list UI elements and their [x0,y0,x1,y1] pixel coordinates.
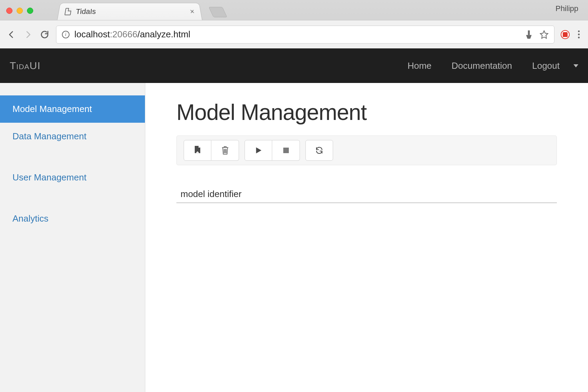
sidebar-item-label: Analytics [12,213,48,224]
new-tab-button[interactable] [209,7,227,17]
svg-rect-1 [283,148,289,153]
stop-button[interactable] [272,140,300,161]
stop-icon [283,147,290,154]
tab-title: TidaIs [75,7,186,16]
sidebar: Model Management Data Management User Ma… [0,83,145,392]
brand-logo[interactable]: TidaUI [10,60,40,72]
refresh-icon [315,146,323,155]
window-controls [6,8,33,14]
main-content: Model Management [145,83,588,392]
save-password-icon[interactable] [526,30,532,39]
sidebar-item-label: User Management [12,172,86,183]
page-title: Model Management [176,100,557,125]
delete-button[interactable] [211,140,239,161]
window-close-button[interactable] [6,8,12,14]
sidebar-item-label: Model Management [12,104,92,114]
trash-icon [221,146,229,155]
refresh-button[interactable] [305,140,333,161]
adblock-extension-icon[interactable] [561,30,570,39]
app-body: Model Management Data Management User Ma… [0,83,588,392]
url-host: localhost [74,29,110,39]
file-upload-icon [193,146,202,155]
play-button[interactable] [245,140,272,161]
svg-rect-0 [528,30,530,35]
sidebar-item-data-management[interactable]: Data Management [0,123,145,150]
url-text: localhost:20666/analyze.html [74,29,190,40]
site-info-icon[interactable]: i [62,31,70,38]
models-table: model identifier [176,186,557,203]
tab-close-button[interactable]: × [189,7,195,16]
window-zoom-button[interactable] [27,8,33,14]
address-bar[interactable]: i localhost:20666/analyze.html [56,26,554,44]
sidebar-item-user-management[interactable]: User Management [0,164,145,191]
app-navbar: TidaUI Home Documentation Logout [0,48,588,83]
browser-toolbar: i localhost:20666/analyze.html [0,20,588,48]
url-path: /analyze.html [137,29,190,39]
reload-button[interactable] [39,29,50,40]
nav-documentation[interactable]: Documentation [452,60,512,71]
back-button[interactable] [6,29,17,40]
window-minimize-button[interactable] [17,8,23,14]
sidebar-item-analytics[interactable]: Analytics [0,205,145,232]
forward-button[interactable] [23,29,33,40]
page-icon [64,8,72,15]
bookmark-star-icon[interactable] [540,30,549,39]
play-icon [255,147,262,154]
url-port: :20666 [110,29,138,39]
os-user-label: Philipp [555,4,578,13]
nav-logout-label: Logout [532,60,560,71]
run-button-group [245,140,300,161]
caret-down-icon [573,64,578,67]
upload-button[interactable] [184,140,211,161]
action-toolbar [176,136,557,165]
nav-logout[interactable]: Logout [532,60,578,71]
sidebar-item-label: Data Management [12,131,86,141]
table-column-header[interactable]: model identifier [176,186,557,203]
sidebar-item-model-management[interactable]: Model Management [0,95,145,123]
browser-menu-button[interactable] [576,30,582,38]
browser-chrome: Philipp TidaIs × i localhost:20666/analy… [0,0,588,48]
browser-tab[interactable]: TidaIs × [57,3,202,20]
file-button-group [184,140,239,161]
nav-home[interactable]: Home [407,60,431,71]
